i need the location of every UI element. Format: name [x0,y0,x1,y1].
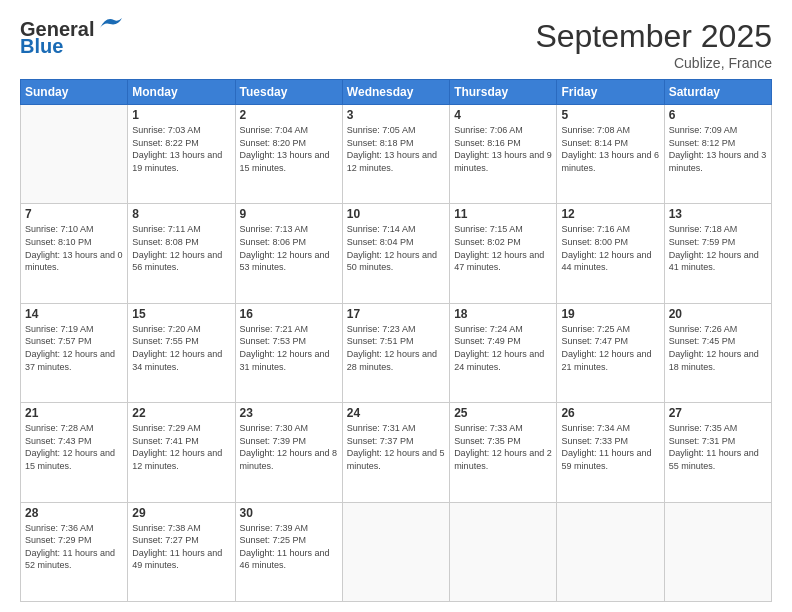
day-number: 23 [240,406,338,420]
day-number: 5 [561,108,659,122]
calendar-cell: 21Sunrise: 7:28 AMSunset: 7:43 PMDayligh… [21,403,128,502]
cell-info: Sunrise: 7:29 AMSunset: 7:41 PMDaylight:… [132,422,230,472]
calendar-cell: 30Sunrise: 7:39 AMSunset: 7:25 PMDayligh… [235,502,342,601]
calendar-cell [557,502,664,601]
week-row-2: 14Sunrise: 7:19 AMSunset: 7:57 PMDayligh… [21,303,772,402]
calendar-cell: 28Sunrise: 7:36 AMSunset: 7:29 PMDayligh… [21,502,128,601]
week-row-1: 7Sunrise: 7:10 AMSunset: 8:10 PMDaylight… [21,204,772,303]
cell-info: Sunrise: 7:10 AMSunset: 8:10 PMDaylight:… [25,223,123,273]
day-number: 27 [669,406,767,420]
calendar-cell: 22Sunrise: 7:29 AMSunset: 7:41 PMDayligh… [128,403,235,502]
calendar-cell: 8Sunrise: 7:11 AMSunset: 8:08 PMDaylight… [128,204,235,303]
logo-bird-icon [96,14,124,36]
day-number: 19 [561,307,659,321]
calendar-cell: 15Sunrise: 7:20 AMSunset: 7:55 PMDayligh… [128,303,235,402]
cell-info: Sunrise: 7:24 AMSunset: 7:49 PMDaylight:… [454,323,552,373]
cell-info: Sunrise: 7:20 AMSunset: 7:55 PMDaylight:… [132,323,230,373]
calendar-cell: 27Sunrise: 7:35 AMSunset: 7:31 PMDayligh… [664,403,771,502]
location: Cublize, France [535,55,772,71]
weekday-friday: Friday [557,80,664,105]
cell-info: Sunrise: 7:38 AMSunset: 7:27 PMDaylight:… [132,522,230,572]
day-number: 12 [561,207,659,221]
logo: General Blue [20,18,124,58]
cell-info: Sunrise: 7:23 AMSunset: 7:51 PMDaylight:… [347,323,445,373]
calendar-cell: 2Sunrise: 7:04 AMSunset: 8:20 PMDaylight… [235,105,342,204]
cell-info: Sunrise: 7:05 AMSunset: 8:18 PMDaylight:… [347,124,445,174]
calendar-cell: 29Sunrise: 7:38 AMSunset: 7:27 PMDayligh… [128,502,235,601]
title-block: September 2025 Cublize, France [535,18,772,71]
day-number: 20 [669,307,767,321]
calendar-cell: 14Sunrise: 7:19 AMSunset: 7:57 PMDayligh… [21,303,128,402]
calendar-cell: 23Sunrise: 7:30 AMSunset: 7:39 PMDayligh… [235,403,342,502]
day-number: 25 [454,406,552,420]
cell-info: Sunrise: 7:13 AMSunset: 8:06 PMDaylight:… [240,223,338,273]
day-number: 28 [25,506,123,520]
cell-info: Sunrise: 7:03 AMSunset: 8:22 PMDaylight:… [132,124,230,174]
weekday-wednesday: Wednesday [342,80,449,105]
day-number: 6 [669,108,767,122]
calendar-cell: 26Sunrise: 7:34 AMSunset: 7:33 PMDayligh… [557,403,664,502]
calendar-cell: 3Sunrise: 7:05 AMSunset: 8:18 PMDaylight… [342,105,449,204]
day-number: 17 [347,307,445,321]
calendar-cell [21,105,128,204]
cell-info: Sunrise: 7:34 AMSunset: 7:33 PMDaylight:… [561,422,659,472]
cell-info: Sunrise: 7:19 AMSunset: 7:57 PMDaylight:… [25,323,123,373]
cell-info: Sunrise: 7:14 AMSunset: 8:04 PMDaylight:… [347,223,445,273]
week-row-4: 28Sunrise: 7:36 AMSunset: 7:29 PMDayligh… [21,502,772,601]
cell-info: Sunrise: 7:31 AMSunset: 7:37 PMDaylight:… [347,422,445,472]
day-number: 3 [347,108,445,122]
weekday-saturday: Saturday [664,80,771,105]
cell-info: Sunrise: 7:36 AMSunset: 7:29 PMDaylight:… [25,522,123,572]
calendar-cell: 18Sunrise: 7:24 AMSunset: 7:49 PMDayligh… [450,303,557,402]
calendar-cell: 9Sunrise: 7:13 AMSunset: 8:06 PMDaylight… [235,204,342,303]
week-row-3: 21Sunrise: 7:28 AMSunset: 7:43 PMDayligh… [21,403,772,502]
cell-info: Sunrise: 7:09 AMSunset: 8:12 PMDaylight:… [669,124,767,174]
day-number: 7 [25,207,123,221]
day-number: 16 [240,307,338,321]
day-number: 29 [132,506,230,520]
day-number: 15 [132,307,230,321]
day-number: 1 [132,108,230,122]
weekday-sunday: Sunday [21,80,128,105]
cell-info: Sunrise: 7:04 AMSunset: 8:20 PMDaylight:… [240,124,338,174]
weekday-header-row: SundayMondayTuesdayWednesdayThursdayFrid… [21,80,772,105]
cell-info: Sunrise: 7:33 AMSunset: 7:35 PMDaylight:… [454,422,552,472]
calendar-cell: 19Sunrise: 7:25 AMSunset: 7:47 PMDayligh… [557,303,664,402]
calendar-cell: 16Sunrise: 7:21 AMSunset: 7:53 PMDayligh… [235,303,342,402]
day-number: 4 [454,108,552,122]
calendar-cell: 17Sunrise: 7:23 AMSunset: 7:51 PMDayligh… [342,303,449,402]
calendar-cell [450,502,557,601]
calendar-cell: 7Sunrise: 7:10 AMSunset: 8:10 PMDaylight… [21,204,128,303]
calendar-cell: 20Sunrise: 7:26 AMSunset: 7:45 PMDayligh… [664,303,771,402]
week-row-0: 1Sunrise: 7:03 AMSunset: 8:22 PMDaylight… [21,105,772,204]
calendar-cell: 24Sunrise: 7:31 AMSunset: 7:37 PMDayligh… [342,403,449,502]
month-title: September 2025 [535,18,772,55]
cell-info: Sunrise: 7:35 AMSunset: 7:31 PMDaylight:… [669,422,767,472]
cell-info: Sunrise: 7:08 AMSunset: 8:14 PMDaylight:… [561,124,659,174]
day-number: 8 [132,207,230,221]
cell-info: Sunrise: 7:39 AMSunset: 7:25 PMDaylight:… [240,522,338,572]
day-number: 24 [347,406,445,420]
cell-info: Sunrise: 7:28 AMSunset: 7:43 PMDaylight:… [25,422,123,472]
day-number: 18 [454,307,552,321]
weekday-tuesday: Tuesday [235,80,342,105]
header: General Blue September 2025 Cublize, Fra… [20,18,772,71]
cell-info: Sunrise: 7:18 AMSunset: 7:59 PMDaylight:… [669,223,767,273]
calendar-cell: 12Sunrise: 7:16 AMSunset: 8:00 PMDayligh… [557,204,664,303]
calendar-cell: 11Sunrise: 7:15 AMSunset: 8:02 PMDayligh… [450,204,557,303]
cell-info: Sunrise: 7:25 AMSunset: 7:47 PMDaylight:… [561,323,659,373]
day-number: 2 [240,108,338,122]
day-number: 30 [240,506,338,520]
cell-info: Sunrise: 7:16 AMSunset: 8:00 PMDaylight:… [561,223,659,273]
calendar-cell: 1Sunrise: 7:03 AMSunset: 8:22 PMDaylight… [128,105,235,204]
day-number: 26 [561,406,659,420]
calendar-cell: 4Sunrise: 7:06 AMSunset: 8:16 PMDaylight… [450,105,557,204]
cell-info: Sunrise: 7:11 AMSunset: 8:08 PMDaylight:… [132,223,230,273]
day-number: 10 [347,207,445,221]
day-number: 9 [240,207,338,221]
calendar-cell [664,502,771,601]
cell-info: Sunrise: 7:15 AMSunset: 8:02 PMDaylight:… [454,223,552,273]
calendar-cell: 5Sunrise: 7:08 AMSunset: 8:14 PMDaylight… [557,105,664,204]
cell-info: Sunrise: 7:26 AMSunset: 7:45 PMDaylight:… [669,323,767,373]
day-number: 13 [669,207,767,221]
